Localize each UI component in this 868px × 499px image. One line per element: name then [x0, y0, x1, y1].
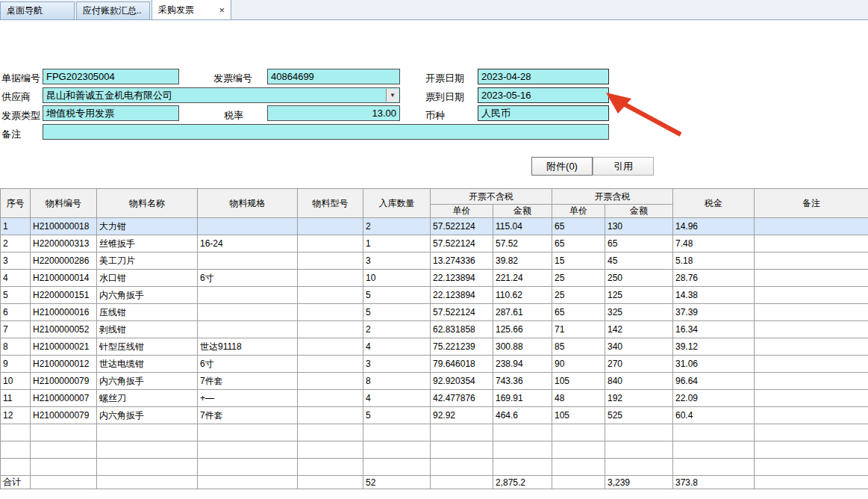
- cell[interactable]: [198, 218, 298, 235]
- cell[interactable]: [552, 459, 605, 476]
- cell[interactable]: [363, 424, 431, 441]
- cell[interactable]: H2100000012: [31, 356, 97, 373]
- supplier-select[interactable]: 昆山和善诚五金机电有限公司 ▼: [43, 87, 400, 103]
- cell[interactable]: H2100000079: [31, 407, 97, 424]
- cell[interactable]: [605, 459, 673, 476]
- cell[interactable]: 92.920354: [431, 373, 493, 390]
- cell[interactable]: [363, 441, 431, 459]
- cell[interactable]: 14.38: [673, 287, 755, 304]
- cell[interactable]: 464.6: [493, 407, 552, 424]
- cell[interactable]: [298, 235, 363, 252]
- cell[interactable]: 525: [605, 407, 673, 424]
- cell[interactable]: 45: [605, 252, 673, 270]
- cell[interactable]: 250: [605, 270, 673, 287]
- cell[interactable]: 65: [552, 235, 605, 252]
- cell[interactable]: 57.522124: [431, 218, 493, 235]
- cell[interactable]: 130: [605, 218, 673, 235]
- cell[interactable]: 11: [1, 390, 31, 407]
- attachment-button[interactable]: 附件(0): [531, 157, 593, 176]
- cell[interactable]: [198, 304, 298, 321]
- cell[interactable]: 39.82: [493, 252, 552, 270]
- cell[interactable]: 65: [552, 304, 605, 321]
- cell[interactable]: 16.34: [673, 321, 755, 338]
- cell[interactable]: 7: [1, 321, 31, 338]
- cell[interactable]: [431, 459, 493, 476]
- cell[interactable]: H2100000079: [31, 373, 97, 390]
- cell[interactable]: [31, 441, 97, 459]
- invoice-type-field[interactable]: 增值税专用发票: [43, 105, 179, 121]
- cell[interactable]: 6寸: [198, 356, 298, 373]
- col-header-qty[interactable]: 入库数量: [363, 189, 431, 218]
- cell[interactable]: 14.96: [673, 218, 755, 235]
- chevron-down-icon[interactable]: ▼: [386, 89, 399, 102]
- currency-field[interactable]: 人民币: [478, 105, 609, 121]
- cell[interactable]: [755, 321, 868, 338]
- cell[interactable]: 5: [1, 287, 31, 304]
- cell[interactable]: 169.91: [493, 390, 552, 407]
- cell[interactable]: 125: [605, 287, 673, 304]
- cell[interactable]: H2100000016: [31, 304, 97, 321]
- cell[interactable]: 5: [363, 304, 431, 321]
- cell[interactable]: [298, 356, 363, 373]
- cell[interactable]: H2100000052: [31, 321, 97, 338]
- cell[interactable]: [755, 235, 868, 252]
- col-header-excl-tax[interactable]: 开票不含税: [431, 189, 552, 205]
- cell[interactable]: 3: [1, 252, 31, 270]
- reference-button[interactable]: 引用: [593, 157, 654, 176]
- cell[interactable]: 世达91118: [198, 338, 298, 356]
- col-header-name[interactable]: 物料名称: [97, 189, 198, 218]
- cell[interactable]: 300.88: [493, 338, 552, 356]
- cell[interactable]: 3: [363, 356, 431, 373]
- cell[interactable]: [755, 459, 868, 476]
- cell[interactable]: 62.831858: [431, 321, 493, 338]
- cell[interactable]: [97, 441, 198, 459]
- cell[interactable]: 85: [552, 338, 605, 356]
- cell[interactable]: 25: [552, 287, 605, 304]
- doc-no-field[interactable]: FPG202305004: [43, 69, 179, 84]
- cell[interactable]: 238.94: [493, 356, 552, 373]
- cell[interactable]: 美工刀片: [97, 252, 198, 270]
- cell[interactable]: 221.24: [493, 270, 552, 287]
- cell[interactable]: 42.477876: [431, 390, 493, 407]
- cell[interactable]: [298, 304, 363, 321]
- close-icon[interactable]: ×: [149, 6, 150, 16]
- cell[interactable]: 22.123894: [431, 287, 493, 304]
- cell[interactable]: [755, 407, 868, 424]
- cell[interactable]: [673, 424, 755, 441]
- cell[interactable]: [605, 424, 673, 441]
- cell[interactable]: [755, 356, 868, 373]
- cell[interactable]: [755, 252, 868, 270]
- cell[interactable]: 2: [363, 321, 431, 338]
- cell[interactable]: 75.221239: [431, 338, 493, 356]
- cell[interactable]: 8: [1, 338, 31, 356]
- cell[interactable]: [198, 252, 298, 270]
- cell[interactable]: 57.522124: [431, 304, 493, 321]
- cell[interactable]: 内六角扳手: [97, 373, 198, 390]
- cell[interactable]: 12: [1, 407, 31, 424]
- cell[interactable]: 7.48: [673, 235, 755, 252]
- cell[interactable]: 105: [552, 407, 605, 424]
- cell[interactable]: [198, 459, 298, 476]
- cell[interactable]: [1, 459, 31, 476]
- cell[interactable]: 340: [605, 338, 673, 356]
- cell[interactable]: [298, 459, 363, 476]
- cell[interactable]: 92.92: [431, 407, 493, 424]
- cell[interactable]: [431, 441, 493, 459]
- tab-payable-summary[interactable]: 应付账款汇总.. ×: [76, 1, 150, 19]
- cell[interactable]: 57.522124: [431, 235, 493, 252]
- cell[interactable]: 4: [363, 338, 431, 356]
- cell[interactable]: 水口钳: [97, 270, 198, 287]
- cell[interactable]: H2100000018: [31, 218, 97, 235]
- col-header-excl-amount[interactable]: 金额: [493, 205, 552, 218]
- cell[interactable]: [97, 424, 198, 441]
- cell[interactable]: 内六角扳手: [97, 287, 198, 304]
- arrival-date-field[interactable]: 2023-05-16: [478, 87, 609, 103]
- cell[interactable]: H2100000014: [31, 270, 97, 287]
- cell[interactable]: 9: [1, 356, 31, 373]
- cell[interactable]: 大力钳: [97, 218, 198, 235]
- cell[interactable]: 115.04: [493, 218, 552, 235]
- cell[interactable]: 3: [363, 252, 431, 270]
- cell[interactable]: 7件套: [198, 407, 298, 424]
- cell[interactable]: 110.62: [493, 287, 552, 304]
- cell[interactable]: 192: [605, 390, 673, 407]
